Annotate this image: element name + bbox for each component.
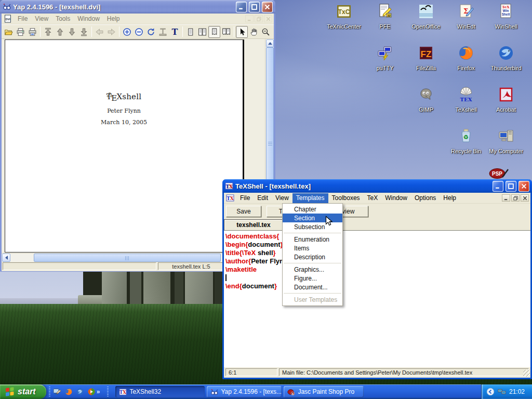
clock[interactable]: 21:02 (509, 388, 525, 395)
menu-help[interactable]: Help (103, 14, 124, 24)
menu-tools[interactable]: Tools (52, 14, 74, 24)
taskbar-button-yap-2-4-1596-texs[interactable]: Yap 2.4.1596 - [texs... (207, 386, 282, 397)
texshell-restore-button[interactable] (506, 181, 516, 192)
mdi-restore-icon[interactable] (255, 15, 263, 22)
menu-item-chapter[interactable]: Chapter (283, 205, 342, 214)
back-button[interactable] (94, 26, 105, 38)
hand-tool-button[interactable] (248, 26, 260, 38)
menu-item-description[interactable]: Description (283, 252, 342, 261)
editor-line-7[interactable]: \end{document} (225, 282, 530, 290)
editor-line-5[interactable]: \maketitle (225, 265, 530, 274)
select-tool-button[interactable] (236, 26, 248, 38)
latex-editor[interactable]: \documentclass{\begin{document}\title{\T… (224, 230, 530, 367)
desktop-icon-recycle-bin[interactable]: ♻Recycle Bin (446, 128, 486, 154)
menu-toolboxes[interactable]: Toolboxes (328, 193, 364, 203)
continuous-facing-view-button[interactable] (220, 26, 232, 38)
editor-line-6[interactable] (225, 274, 530, 282)
facing-pages-view-button[interactable] (196, 26, 208, 38)
desktop-icon-winedt[interactable]: ΣWinEdt (446, 3, 486, 30)
desktop-icon-putty[interactable]: puTTY (365, 45, 405, 71)
menu-item-subsection[interactable]: Subsection (283, 222, 342, 231)
mdi-close-icon[interactable] (264, 15, 272, 22)
taskbar-button-jasc-paint-shop-pro[interactable]: 8Jasc Paint Shop Pro (284, 386, 364, 397)
menu-item-enumeration[interactable]: Enumeration (283, 235, 342, 244)
texshell-close-button[interactable] (518, 181, 529, 192)
menu-view[interactable]: View (272, 193, 292, 203)
editor-line-1[interactable]: \documentclass{ (225, 232, 530, 241)
desktop-icon-acrobat[interactable]: Acrobat (486, 86, 526, 113)
first-page-button[interactable] (42, 26, 54, 38)
mdi-minimize-icon[interactable] (245, 15, 254, 22)
taskbar-button-texshell32[interactable]: TXTeXShell32 (115, 386, 205, 397)
yap-maximize-button[interactable] (249, 2, 260, 12)
continuous-view-button[interactable] (208, 26, 220, 38)
mdi-close-icon[interactable] (521, 194, 529, 202)
tray-collapse-chevron-icon[interactable] (486, 388, 495, 396)
last-page-button[interactable] (78, 26, 90, 38)
editor-line-3[interactable]: \title{\TeX shell} (225, 249, 530, 257)
print-button[interactable] (15, 26, 26, 38)
desktop-icon-texshell[interactable]: TEXTeXshell (446, 86, 486, 113)
desktop-icon-paint-shop-pro[interactable]: PSP (487, 166, 509, 180)
editor-line-4[interactable]: \author{Peter Flynn} (225, 257, 530, 265)
desktop-icon-openoffice[interactable]: OpenOffice (406, 3, 446, 30)
menu-edit[interactable]: Edit (254, 193, 272, 203)
horizontal-scroll-thumb[interactable] (34, 254, 221, 262)
zoom-out-button[interactable] (133, 26, 145, 38)
quick-launch-overflow-chevron[interactable]: » (97, 388, 100, 395)
scroll-up-button[interactable] (266, 39, 274, 47)
yap-minimize-button[interactable] (236, 2, 247, 12)
menu-item-section[interactable]: Section (283, 214, 342, 222)
desktop-icon-filezilla[interactable]: FZFileZilla (406, 45, 446, 71)
network-status-icon[interactable] (498, 388, 506, 396)
desktop-icon-pfe[interactable]: 32PFE (365, 3, 405, 30)
ruler-button[interactable] (157, 26, 169, 38)
text-mode-button[interactable]: T (169, 26, 181, 38)
show-desktop-button[interactable] (53, 388, 61, 396)
single-page-view-button[interactable] (184, 26, 196, 38)
menu-help[interactable]: Help (440, 193, 460, 203)
start-button[interactable]: start (0, 384, 46, 399)
previous-page-button[interactable] (54, 26, 66, 38)
yap-titlebar[interactable]: Yap 2.4.1596 - [texshell.dvi] (0, 0, 275, 14)
mdi-minimize-icon[interactable] (502, 194, 510, 202)
desktop-icon-winshell[interactable]: TeXWinShellWinShell (486, 3, 526, 30)
menu-item-graphics[interactable]: Graphics... (283, 265, 342, 274)
mdi-restore-icon[interactable] (511, 194, 520, 202)
menu-file[interactable]: File (14, 14, 31, 24)
desktop-icon-texniccenter[interactable]: TxCTeXnicCenter (324, 3, 364, 30)
zoom-in-button[interactable] (121, 26, 133, 38)
texshell-minimize-button[interactable] (493, 181, 503, 192)
firefox-launcher-button[interactable] (64, 388, 73, 396)
menu-tex[interactable]: TeX (364, 193, 382, 203)
print-range-button[interactable] (26, 26, 38, 38)
menu-item-items[interactable]: Items (283, 244, 342, 252)
tab-texshell-tex[interactable]: texshell.tex (224, 220, 283, 230)
yap-close-button[interactable] (262, 2, 273, 12)
menu-item-figure[interactable]: Figure... (283, 274, 342, 283)
menu-templates[interactable]: Templates (292, 193, 328, 203)
forward-button[interactable] (105, 26, 117, 38)
refresh-button[interactable] (145, 26, 157, 38)
next-page-button[interactable] (66, 26, 78, 38)
toolbar-grip[interactable] (107, 387, 109, 397)
menu-window[interactable]: Window (381, 193, 411, 203)
save-button[interactable]: Save (226, 206, 261, 217)
desktop-icon-gimp[interactable]: GIMP (406, 86, 446, 113)
thunderbird-launcher-button[interactable] (76, 388, 84, 396)
desktop-icon-firefox[interactable]: Firefox (446, 45, 486, 71)
menu-item-document[interactable]: Document... (283, 283, 342, 291)
open-button[interactable] (3, 26, 15, 38)
desktop-icon-thunderbird[interactable]: Thunderbird (486, 45, 526, 71)
resize-grip[interactable] (523, 370, 530, 377)
toolbar-grip[interactable] (49, 387, 50, 397)
editor-line-2[interactable]: \begin{document} (225, 241, 530, 249)
scroll-left-button[interactable] (2, 254, 10, 262)
desktop-icon-my-computer[interactable]: My Computer (486, 128, 526, 154)
media-player-launcher-button[interactable] (87, 388, 96, 396)
menu-file[interactable]: File (236, 193, 254, 203)
menu-window[interactable]: Window (74, 14, 103, 24)
texshell-titlebar[interactable]: TX TeXShell - [texshell.tex] (222, 179, 532, 193)
magnifier-tool-button[interactable] (260, 26, 272, 38)
menu-options[interactable]: Options (411, 193, 440, 203)
